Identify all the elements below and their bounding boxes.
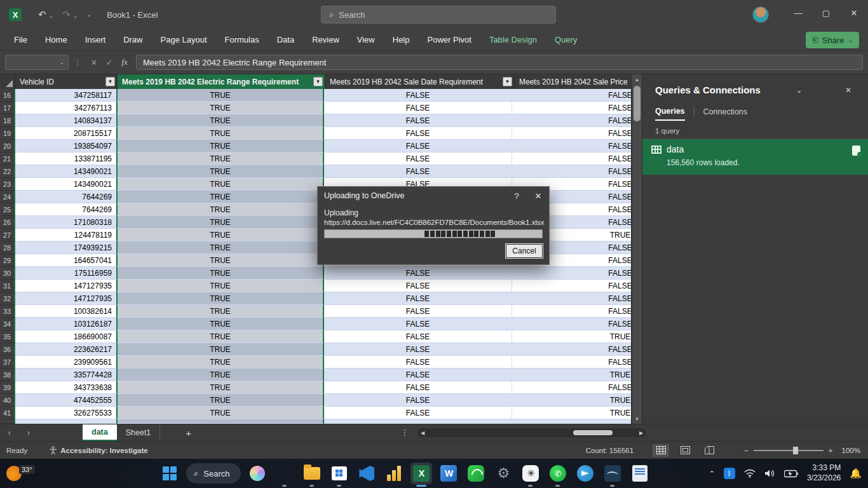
row-header[interactable]: 17 — [0, 102, 15, 114]
row-header[interactable]: 41 — [0, 407, 15, 419]
row-header[interactable]: 21 — [0, 152, 15, 165]
chatgpt-icon[interactable]: ✳ — [520, 463, 541, 484]
ribbon-tab-review[interactable]: Review — [303, 31, 348, 48]
column-header-vehicle-id[interactable]: Vehicle ID ▼ — [15, 74, 118, 89]
cell-electric-range[interactable]: TRUE — [116, 191, 324, 203]
taskbar-search[interactable]: ⌕ Search — [186, 463, 241, 484]
row-header[interactable]: 20 — [0, 140, 15, 152]
cell-vehicle-id[interactable]: 140834137 — [15, 114, 116, 127]
cell-electric-range[interactable]: TRUE — [116, 305, 324, 318]
row-header[interactable]: 25 — [0, 203, 15, 216]
cell-vehicle-id[interactable]: 143490021 — [15, 165, 116, 178]
cell-vehicle-id[interactable]: 174939215 — [15, 241, 116, 254]
ribbon-tab-help[interactable]: Help — [384, 31, 419, 48]
zoom-out-button[interactable]: − — [744, 447, 749, 454]
cell-vehicle-id[interactable]: 223626217 — [15, 343, 116, 356]
row-header[interactable]: 30 — [0, 267, 15, 280]
cell-electric-range[interactable]: TRUE — [116, 407, 324, 419]
excel-logo-icon[interactable]: X — [9, 8, 22, 21]
row-header[interactable]: 32 — [0, 292, 15, 305]
ribbon-tab-query[interactable]: Query — [546, 31, 586, 48]
cell-vehicle-id[interactable]: 239909561 — [15, 356, 116, 369]
row-header[interactable]: 36 — [0, 343, 15, 356]
cell-sale-price[interactable]: FALSE — [512, 127, 631, 140]
tray-chevron-up-icon[interactable]: ⌃ — [709, 470, 715, 478]
telegram-icon[interactable] — [574, 463, 596, 484]
share-button[interactable]: ⎗ Share ⌄ — [806, 32, 859, 48]
horizontal-scrollbar[interactable]: ◀ ▶ — [417, 428, 646, 437]
vertical-scrollbar[interactable]: ▲ ▼ — [632, 74, 642, 424]
cell-sale-price[interactable]: FALSE — [512, 165, 631, 178]
row-header[interactable]: 37 — [0, 356, 15, 369]
excel-icon[interactable]: X — [410, 463, 432, 484]
formula-input[interactable]: Meets 2019 HB 2042 Electric Range Requir… — [136, 55, 863, 70]
search-box[interactable]: ⌕ Search — [321, 6, 556, 24]
cell-sale-price[interactable]: TRUE — [512, 330, 631, 343]
cell-vehicle-id[interactable]: 171080318 — [15, 216, 116, 229]
cell-electric-range[interactable]: TRUE — [116, 152, 324, 165]
cell-electric-range[interactable]: TRUE — [116, 343, 324, 356]
cell-sale-price[interactable]: FALSE — [512, 318, 631, 330]
cell-sale-price[interactable]: FALSE — [512, 280, 631, 292]
cell-sale-date[interactable]: FALSE — [324, 407, 512, 419]
page-layout-view-button[interactable] — [677, 444, 693, 457]
cell-electric-range[interactable]: TRUE — [116, 140, 324, 152]
sheet-prev-icon[interactable]: ‹ — [0, 428, 19, 437]
weather-widget[interactable]: 33° — [6, 466, 83, 481]
redo-button[interactable]: ↷ ⌄ — [62, 9, 78, 20]
cell-vehicle-id[interactable]: 326275533 — [15, 407, 116, 419]
cell-electric-range[interactable]: TRUE — [116, 216, 324, 229]
cell-sale-price[interactable]: TRUE — [512, 407, 631, 419]
cell-sale-price[interactable]: FALSE — [512, 267, 631, 280]
zoom-slider-thumb[interactable] — [793, 447, 798, 454]
notification-bell-icon[interactable]: 🔔 — [850, 468, 862, 479]
row-header[interactable]: 28 — [0, 241, 15, 254]
cell-sale-date[interactable]: FALSE — [324, 89, 512, 102]
bluetooth-icon[interactable]: ᛒ — [724, 468, 735, 479]
row-header[interactable]: 33 — [0, 305, 15, 318]
cell-electric-range[interactable]: TRUE — [116, 203, 324, 216]
panel-close-icon[interactable]: ✕ — [837, 86, 859, 95]
sheet-tab-sheet1[interactable]: Sheet1 — [117, 424, 161, 442]
volume-icon[interactable] — [764, 469, 775, 478]
ribbon-tab-draw[interactable]: Draw — [114, 31, 151, 48]
cell-sale-price[interactable]: FALSE — [512, 140, 631, 152]
insert-function-icon[interactable]: fx — [117, 57, 132, 67]
cancel-button[interactable]: Cancel — [506, 244, 543, 258]
edge-icon[interactable] — [274, 463, 295, 484]
row-header[interactable]: 29 — [0, 254, 15, 267]
cell-vehicle-id[interactable]: 175116959 — [15, 267, 116, 280]
power-bi-icon[interactable] — [383, 463, 405, 484]
cell-sale-date[interactable]: FALSE — [324, 330, 512, 343]
cell-electric-range[interactable]: TRUE — [116, 394, 324, 407]
row-header[interactable]: 31 — [0, 280, 15, 292]
vscode-icon[interactable] — [356, 463, 377, 484]
cell-electric-range[interactable]: TRUE — [116, 241, 324, 254]
row-header[interactable]: 23 — [0, 178, 15, 191]
battery-icon[interactable] — [784, 470, 798, 478]
cell-electric-range[interactable]: TRUE — [116, 381, 324, 394]
cell-sale-date[interactable]: FALSE — [324, 343, 512, 356]
row-header[interactable]: 22 — [0, 165, 15, 178]
cell-vehicle-id[interactable]: 474452555 — [15, 394, 116, 407]
cell-vehicle-id[interactable]: 342767113 — [15, 102, 116, 114]
zoom-slider[interactable] — [754, 450, 824, 451]
cell-sale-date[interactable]: FALSE — [324, 280, 512, 292]
row-header[interactable]: 16 — [0, 89, 15, 102]
ribbon-tab-home[interactable]: Home — [36, 31, 76, 48]
refresh-file-icon[interactable] — [852, 146, 860, 156]
cell-sale-price[interactable]: FALSE — [512, 292, 631, 305]
cell-sale-price[interactable]: FALSE — [512, 305, 631, 318]
minimize-button[interactable]: — — [784, 0, 812, 25]
cell-sale-price[interactable]: FALSE — [512, 381, 631, 394]
file-explorer-icon[interactable] — [301, 463, 323, 484]
column-header-electric-range[interactable]: Meets 2019 HB 2042 Electric Range Requir… — [118, 74, 325, 89]
cell-electric-range[interactable]: TRUE — [116, 102, 324, 114]
microsoft-store-icon[interactable] — [329, 463, 350, 484]
cell-sale-price[interactable]: FALSE — [512, 343, 631, 356]
formula-bar-grip[interactable]: ⋮ — [74, 58, 81, 67]
word-icon[interactable]: W — [438, 463, 459, 484]
dialog-close-button[interactable]: ✕ — [527, 187, 549, 205]
scroll-right-icon[interactable]: ▶ — [636, 430, 646, 436]
cell-electric-range[interactable]: TRUE — [116, 127, 324, 140]
